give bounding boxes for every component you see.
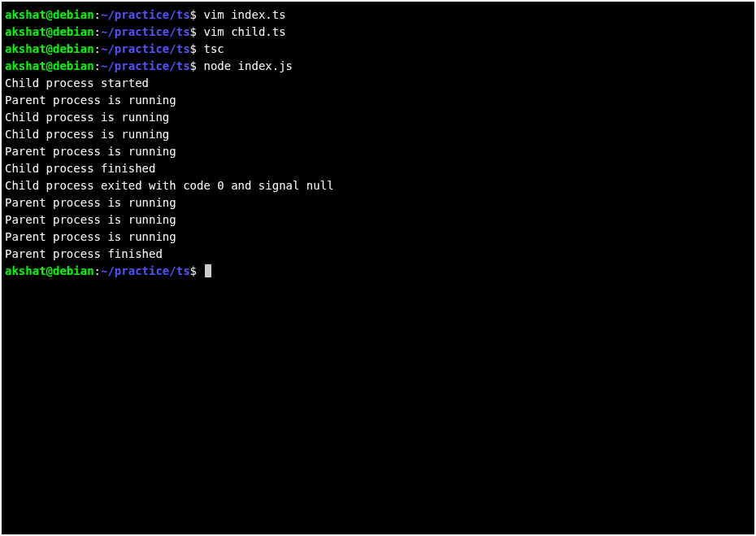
prompt-path: ~/practice/ts [101, 8, 190, 21]
prompt-path: ~/practice/ts [101, 42, 190, 55]
prompt-user: akshat@debian [5, 8, 94, 21]
prompt-path: ~/practice/ts [101, 264, 190, 277]
output-text: Parent process is running [5, 145, 176, 158]
terminal-line: akshat@debian:~/practice/ts$ vim child.t… [5, 24, 751, 41]
prompt-dollar: $ [190, 42, 197, 55]
terminal-line: Parent process is running [5, 143, 751, 160]
output-text: Child process finished [5, 162, 155, 175]
prompt-user: akshat@debian [5, 42, 94, 55]
command-text: node index.js [197, 59, 293, 72]
terminal-line: Parent process is running [5, 194, 751, 211]
prompt-dollar: $ [190, 8, 197, 21]
terminal-line: Child process is running [5, 126, 751, 143]
prompt-dollar: $ [190, 264, 197, 277]
output-text: Parent process is running [5, 94, 176, 107]
terminal-line: Child process exited with code 0 and sig… [5, 177, 751, 194]
prompt-path: ~/practice/ts [101, 59, 190, 72]
command-text: tsc [197, 42, 224, 55]
output-text: Child process exited with code 0 and sig… [5, 179, 334, 192]
prompt-colon: : [94, 8, 101, 21]
cursor-icon [205, 264, 211, 277]
terminal-line: Child process is running [5, 109, 751, 126]
output-text: Child process is running [5, 128, 169, 141]
command-text: vim index.ts [197, 8, 286, 21]
terminal-line: Parent process finished [5, 246, 751, 263]
prompt-user: akshat@debian [5, 59, 94, 72]
command-text [197, 264, 203, 277]
prompt-dollar: $ [190, 59, 197, 72]
prompt-colon: : [94, 264, 101, 277]
prompt-colon: : [94, 25, 101, 38]
terminal-window[interactable]: akshat@debian:~/practice/ts$ vim index.t… [2, 2, 754, 534]
output-text: Child process started [5, 76, 149, 89]
output-text: Parent process is running [5, 213, 176, 226]
terminal-line: akshat@debian:~/practice/ts$ tsc [5, 41, 751, 58]
terminal-line: Child process started [5, 75, 751, 92]
prompt-user: akshat@debian [5, 25, 94, 38]
terminal-line: Parent process is running [5, 211, 751, 229]
terminal-content: akshat@debian:~/practice/ts$ vim index.t… [5, 7, 751, 280]
output-text: Parent process finished [5, 247, 163, 260]
terminal-line: Child process finished [5, 160, 751, 177]
prompt-colon: : [94, 59, 101, 72]
prompt-dollar: $ [190, 25, 197, 38]
output-text: Parent process is running [5, 196, 176, 209]
terminal-line: Parent process is running [5, 92, 751, 109]
prompt-user: akshat@debian [5, 264, 94, 277]
output-text: Parent process is running [5, 230, 176, 243]
prompt-colon: : [94, 42, 101, 55]
terminal-line: akshat@debian:~/practice/ts$ vim index.t… [5, 7, 751, 24]
terminal-line: akshat@debian:~/practice/ts$ node index.… [5, 58, 751, 75]
command-text: vim child.ts [197, 25, 286, 38]
prompt-path: ~/practice/ts [101, 25, 190, 38]
output-text: Child process is running [5, 111, 169, 124]
terminal-line: Parent process is running [5, 229, 751, 246]
terminal-line: akshat@debian:~/practice/ts$ [5, 263, 751, 280]
